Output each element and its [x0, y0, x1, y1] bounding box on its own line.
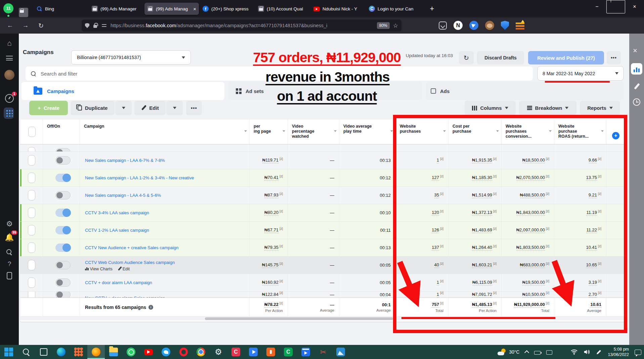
reports-button[interactable]: Reports — [580, 101, 620, 115]
taskbar-snipping-tool-icon[interactable]: ✂ — [314, 345, 332, 359]
taskbar-firefox-icon[interactable] — [87, 345, 105, 359]
sort-caret-icon[interactable] — [283, 130, 285, 132]
value-roas[interactable]: 10.65 — [586, 262, 597, 268]
edit-button[interactable]: Edit — [134, 101, 166, 115]
taskbar-settings-icon[interactable]: ⚙ — [210, 345, 227, 359]
browser-tab-5[interactable]: (10) Account Qual — [255, 3, 310, 15]
taskbar-photos-icon[interactable] — [332, 345, 349, 359]
weather-widget[interactable]: 30°C — [498, 349, 519, 355]
row-checkbox[interactable] — [28, 173, 35, 183]
campaign-toggle[interactable] — [55, 191, 71, 199]
campaign-toggle[interactable] — [55, 148, 71, 152]
column-header-roas[interactable]: WebsitepurchaseROAS (return... — [554, 120, 606, 144]
campaign-toggle[interactable] — [55, 156, 71, 165]
campaign-link[interactable]: New Sales campaign - LAA 4-5 & 5-6% — [80, 193, 161, 198]
value-cost[interactable]: ₦1,483.69 — [472, 227, 492, 233]
total-time[interactable]: 00:1 — [382, 302, 391, 307]
row-edit-button[interactable]: Edit — [118, 267, 130, 271]
adguard-shield-icon[interactable] — [501, 21, 509, 30]
taskbar-task-view-icon[interactable] — [35, 345, 52, 359]
value-landing[interactable]: ₦119.71 — [262, 158, 278, 163]
value-cost[interactable]: ₦1,372.13 — [472, 210, 492, 216]
sort-caret-icon[interactable] — [443, 130, 446, 132]
value-conv[interactable]: ₦19,500.00 — [522, 280, 545, 285]
taskbar-opera-icon[interactable] — [175, 345, 192, 359]
campaign-link[interactable]: New Sales campaign - LAA 1-2% & 3-4% - N… — [80, 175, 194, 180]
horizontal-scrollbar[interactable] — [20, 316, 625, 320]
add-column-icon[interactable]: + — [612, 132, 619, 139]
sort-caret-icon[interactable] — [496, 130, 499, 132]
bookmark-star-icon[interactable]: ☆ — [393, 22, 398, 29]
notifications-icon[interactable] — [635, 350, 641, 355]
close-button[interactable]: × — [625, 0, 644, 13]
taskbar-twitter-icon[interactable] — [157, 345, 175, 359]
row-checkbox[interactable] — [28, 242, 35, 253]
value-landing[interactable]: ₦145.75 — [262, 262, 278, 268]
value-time[interactable]: 00:04 — [380, 292, 391, 297]
settings-rail-icon[interactable]: ⚙ — [4, 219, 14, 229]
review-publish-button[interactable]: Review and Publish (27) — [528, 51, 604, 64]
campaign-link[interactable]: CCTV 3-4% LAA sales campaign — [80, 210, 149, 215]
value-landing[interactable]: ₦80.20 — [264, 210, 278, 216]
browser-tab-2[interactable]: (99) Ads Manager — [89, 3, 143, 15]
pocket-icon[interactable] — [439, 21, 447, 30]
discard-drafts-button[interactable]: Discard Drafts — [477, 51, 524, 64]
ad-account-selector[interactable]: Billionaire (467710791481537) — [71, 50, 191, 64]
value-time[interactable]: 00:05 — [380, 263, 391, 268]
campaign-toggle[interactable] — [55, 261, 71, 269]
phone-link-icon[interactable] — [546, 350, 552, 355]
total-cost[interactable]: ₦1,485.13 — [472, 302, 492, 308]
campaign-link[interactable]: CCTV 1-2% LAA sales campaign — [80, 228, 149, 233]
value-roas[interactable]: 13.75 — [586, 175, 597, 181]
total-purchases[interactable]: 757 — [432, 302, 439, 308]
value-time[interactable]: 00:12 — [380, 193, 391, 198]
total-vpw[interactable]: — — [330, 302, 334, 307]
new-tab-button[interactable]: + — [427, 3, 437, 14]
column-header-cost[interactable]: Cost perpurchase — [448, 120, 502, 144]
value-landing[interactable]: ₦87.93 — [264, 192, 278, 198]
row-checkbox[interactable] — [28, 260, 35, 270]
wifi-icon[interactable] — [570, 349, 578, 355]
value-landing[interactable]: ₦160.92 — [262, 280, 278, 285]
browser-tab-3[interactable]: (99) Ads Manag× — [144, 3, 199, 15]
restore-button[interactable] — [606, 0, 625, 13]
refresh-button[interactable]: ↻ — [459, 51, 474, 64]
value-time[interactable]: 00:12 — [380, 175, 391, 180]
value-roas[interactable]: 3.19 — [589, 280, 597, 285]
back-button[interactable]: ← — [4, 22, 16, 29]
taskbar-camtasia-icon[interactable]: C — [280, 345, 297, 359]
value-cost[interactable]: ₦1,603.21 — [472, 262, 492, 268]
value-purchases[interactable]: 120 — [432, 210, 439, 216]
sort-caret-icon[interactable] — [601, 130, 604, 132]
value-conv[interactable]: ₦2,070,500.00 — [516, 175, 545, 181]
row-checkbox[interactable] — [28, 291, 35, 298]
browser-tab-6[interactable]: Ndubuisi Nick - Y — [311, 3, 365, 15]
value-roas[interactable]: 10.41 — [586, 245, 597, 251]
business-suite-pinned-tab[interactable] — [19, 8, 28, 17]
value-roas[interactable]: 2.70 — [589, 292, 597, 298]
stack-extension-icon[interactable] — [516, 21, 524, 30]
menu-icon[interactable] — [4, 53, 14, 63]
hidden-icons-chevron[interactable] — [524, 350, 529, 355]
campaign-toggle[interactable] — [55, 226, 71, 234]
value-time[interactable]: 00:05 — [380, 280, 391, 285]
lock-icon[interactable] — [93, 25, 97, 28]
value-time[interactable]: 00:11 — [380, 228, 391, 233]
taskbar-search-icon[interactable] — [17, 345, 35, 359]
battery-icon[interactable] — [534, 351, 541, 355]
value-purchases[interactable]: 1 — [437, 280, 439, 285]
value-purchases[interactable]: 1 — [437, 292, 439, 298]
total-roas[interactable]: 10.61 — [590, 302, 601, 308]
browser-tab-1[interactable]: Bing — [34, 3, 88, 15]
view-charts-button[interactable]: View Charts — [85, 267, 113, 271]
volume-icon[interactable] — [584, 349, 590, 355]
value-conv[interactable]: ₦1,843,000.00 — [516, 210, 545, 216]
column-header-landing[interactable]: pering page — [250, 120, 288, 144]
value-conv[interactable]: ₦488,500.00 — [520, 192, 545, 198]
column-header-name[interactable]: Campaign — [80, 120, 250, 144]
campaign-link[interactable]: CCTV + door alarm LAA campaign — [80, 280, 152, 285]
sort-caret-icon[interactable] — [334, 130, 337, 132]
permissions-icon[interactable] — [102, 24, 106, 28]
home-icon[interactable]: ⌂ — [4, 38, 14, 48]
campaign-toggle[interactable] — [55, 243, 71, 252]
